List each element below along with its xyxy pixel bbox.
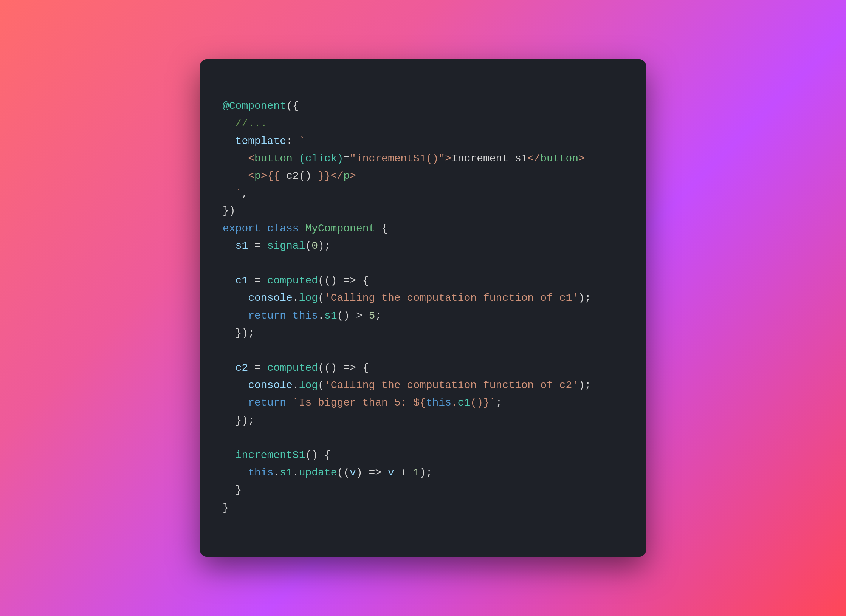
- comment: //...: [223, 118, 267, 129]
- keyword-class: class: [267, 223, 299, 234]
- code-content: @Component({ //... template: ` <button (…: [223, 80, 623, 534]
- keyword-export: export: [223, 223, 261, 234]
- decorator: @Component: [223, 100, 286, 112]
- code-window: @Component({ //... template: ` <button (…: [200, 59, 646, 557]
- method-name: incrementS1: [236, 449, 305, 461]
- class-name: MyComponent: [305, 223, 375, 234]
